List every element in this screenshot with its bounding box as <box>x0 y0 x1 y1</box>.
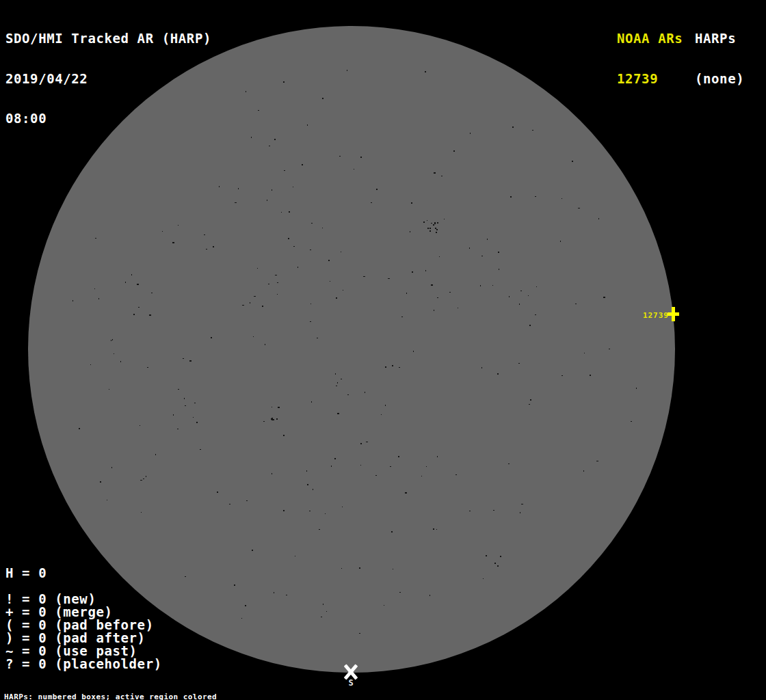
speckle-dot <box>125 282 126 283</box>
speckle-dot <box>437 297 438 298</box>
speckle-dot <box>234 584 235 586</box>
speckle-dot <box>293 246 295 247</box>
speckle-dot <box>342 507 343 507</box>
speckle-dot <box>521 504 523 504</box>
speckle-dot <box>336 386 337 386</box>
speckle-dot <box>200 449 201 450</box>
speckle-dot <box>111 340 111 341</box>
speckle-dot <box>421 476 422 476</box>
speckle-dot <box>603 297 605 298</box>
solar-image-canvas: SDO/HMI Tracked AR (HARP) 2019/04/22 08:… <box>0 0 766 700</box>
speckle-dot <box>493 510 494 511</box>
speckle-dot <box>263 421 265 422</box>
speckle-dot <box>295 556 295 556</box>
speckle-dot <box>562 375 563 376</box>
speckle-dot <box>162 231 163 232</box>
speckle-dot <box>196 422 198 423</box>
speckle-dot <box>275 275 277 275</box>
header-block: SDO/HMI Tracked AR (HARP) 2019/04/22 08:… <box>5 5 211 152</box>
speckle-dot <box>155 454 156 455</box>
speckle-dot <box>497 373 499 375</box>
speckle-dot <box>347 394 349 395</box>
speckle-dot <box>508 463 510 464</box>
speckle-dot <box>529 404 530 405</box>
speckle-dot <box>284 170 285 171</box>
speckle-dot <box>469 247 470 249</box>
speckle-dot <box>390 466 391 467</box>
speckle-dot <box>289 211 290 213</box>
speckle-dot <box>183 358 184 359</box>
speckle-dot <box>385 405 386 406</box>
speckle-dot <box>133 314 135 315</box>
speckle-dot <box>609 349 610 349</box>
legend-line: ? = 0 (placeholder) <box>5 658 162 671</box>
speckle-dot <box>341 379 342 379</box>
speckle-dot <box>434 310 434 311</box>
speckle-dot <box>185 576 186 577</box>
speckle-dot <box>143 479 144 479</box>
speckle-dot <box>529 325 531 326</box>
speckle-dot <box>363 276 365 277</box>
speckle-dot <box>520 512 520 513</box>
noaa-ar-cross-marker <box>668 307 679 321</box>
speckle-dot <box>360 443 362 444</box>
speckle-dot <box>206 249 207 250</box>
speckle-dot <box>562 198 562 199</box>
speckle-dot <box>434 172 436 174</box>
speckle-dot <box>437 222 438 224</box>
speckle-dot <box>385 366 386 368</box>
speckle-dot <box>401 317 403 317</box>
speckle-dot <box>147 367 148 368</box>
speckle-dot <box>323 604 323 605</box>
speckle-dot <box>405 492 407 494</box>
speckle-dot <box>283 435 285 436</box>
speckle-dot <box>406 293 407 294</box>
speckle-dot <box>430 230 431 232</box>
noaa-ar-number-label: 12739 <box>621 311 669 320</box>
speckle-dot <box>425 71 426 72</box>
footnotes-block: HARPs: numbered boxes; active region col… <box>4 677 285 700</box>
speckle-dot <box>151 293 153 293</box>
speckle-dot <box>211 337 212 338</box>
image-date: 2019/04/22 <box>5 72 211 86</box>
speckle-dot <box>411 202 412 204</box>
speckle-dot <box>317 338 318 338</box>
speckle-dot <box>298 267 298 268</box>
speckle-dot <box>341 568 342 569</box>
speckle-dot <box>276 418 278 420</box>
speckle-dot <box>430 228 431 229</box>
speckle-dot <box>95 238 96 239</box>
speckle-dot <box>140 425 140 426</box>
speckle-dot <box>518 363 520 364</box>
speckle-dot <box>262 306 263 307</box>
speckle-dot <box>286 595 287 595</box>
speckle-dot <box>189 360 192 362</box>
speckle-dot <box>94 288 95 289</box>
speckle-dot <box>253 336 254 337</box>
speckle-dot <box>486 555 487 556</box>
speckle-dot <box>339 156 341 157</box>
speckle-dot <box>596 461 598 461</box>
speckle-dot <box>449 292 451 293</box>
speckle-dot <box>271 418 272 420</box>
speckle-dot <box>330 281 330 282</box>
noaa-ars-list: 12739 <box>617 72 683 86</box>
speckle-dot <box>480 285 481 286</box>
speckle-dot <box>322 228 323 228</box>
harps-list: (none) <box>695 72 744 86</box>
speckle-dot <box>413 351 414 352</box>
speckle-dot <box>288 238 289 239</box>
speckle-dot <box>530 399 531 401</box>
speckle-dot <box>427 220 427 221</box>
speckle-dot <box>481 256 483 256</box>
speckle-dot <box>90 364 91 365</box>
speckle-dot <box>371 202 372 203</box>
speckle-dot <box>254 296 256 297</box>
speckle-dot <box>277 294 278 295</box>
speckle-dot <box>178 389 179 390</box>
speckle-dot <box>532 130 533 131</box>
speckle-dot <box>337 413 339 414</box>
speckle-dot <box>500 556 501 557</box>
speckle-dot <box>79 428 80 429</box>
speckle-dot <box>272 189 272 191</box>
